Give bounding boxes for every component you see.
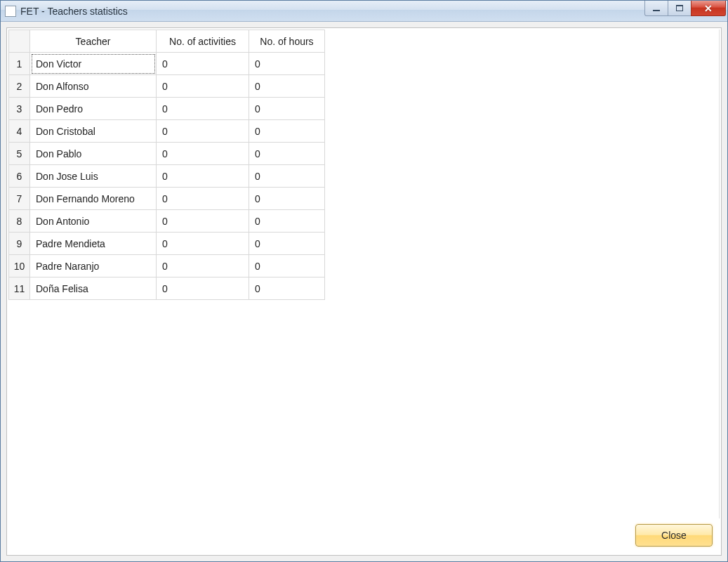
- cell-hours[interactable]: 0: [249, 277, 325, 300]
- cell-activities[interactable]: 0: [157, 233, 249, 255]
- minimize-icon: [653, 10, 660, 11]
- cell-teacher[interactable]: Doña Felisa: [30, 277, 157, 300]
- window-title: FET - Teachers statistics: [20, 6, 727, 17]
- row-index[interactable]: 6: [9, 165, 30, 188]
- row-index[interactable]: 10: [9, 255, 30, 277]
- cell-teacher[interactable]: Don Cristobal: [30, 120, 157, 143]
- cell-hours[interactable]: 0: [249, 188, 325, 210]
- table-row[interactable]: 11Doña Felisa00: [9, 277, 325, 300]
- cell-activities[interactable]: 0: [157, 210, 249, 233]
- cell-teacher[interactable]: Don Antonio: [30, 210, 157, 233]
- col-header-teacher[interactable]: Teacher: [30, 30, 157, 53]
- table-row[interactable]: 10Padre Naranjo00: [9, 255, 325, 277]
- cell-hours[interactable]: 0: [249, 165, 325, 188]
- cell-activities[interactable]: 0: [157, 120, 249, 143]
- cell-teacher[interactable]: Don Pedro: [30, 98, 157, 120]
- row-index[interactable]: 11: [9, 277, 30, 300]
- table-viewport[interactable]: Teacher No. of activities No. of hours 1…: [8, 30, 720, 518]
- close-button[interactable]: Close: [635, 524, 713, 547]
- client-area: Teacher No. of activities No. of hours 1…: [6, 27, 722, 556]
- table-row[interactable]: 4Don Cristobal00: [9, 120, 325, 143]
- app-icon: [5, 6, 16, 17]
- cell-hours[interactable]: 0: [249, 210, 325, 233]
- table-row[interactable]: 9Padre Mendieta00: [9, 233, 325, 255]
- window-controls: ✕: [645, 1, 726, 16]
- row-index[interactable]: 5: [9, 143, 30, 165]
- cell-activities[interactable]: 0: [157, 277, 249, 300]
- cell-activities[interactable]: 0: [157, 188, 249, 210]
- maximize-icon: [676, 5, 683, 11]
- button-bar: Close: [8, 518, 720, 554]
- table-header-row: Teacher No. of activities No. of hours: [9, 30, 325, 53]
- cell-hours[interactable]: 0: [249, 98, 325, 120]
- cell-teacher[interactable]: Don Victor: [30, 53, 157, 75]
- cell-activities[interactable]: 0: [157, 143, 249, 165]
- row-index[interactable]: 3: [9, 98, 30, 120]
- cell-teacher[interactable]: Don Jose Luis: [30, 165, 157, 188]
- cell-hours[interactable]: 0: [249, 233, 325, 255]
- cell-activities[interactable]: 0: [157, 53, 249, 75]
- table-row[interactable]: 2Don Alfonso00: [9, 75, 325, 98]
- cell-teacher[interactable]: Don Pablo: [30, 143, 157, 165]
- close-icon: ✕: [704, 3, 713, 14]
- col-header-activities[interactable]: No. of activities: [157, 30, 249, 53]
- col-header-hours[interactable]: No. of hours: [249, 30, 325, 53]
- table-row[interactable]: 5Don Pablo00: [9, 143, 325, 165]
- table-row[interactable]: 3Don Pedro00: [9, 98, 325, 120]
- table-row[interactable]: 1Don Victor00: [9, 53, 325, 75]
- window-close-button[interactable]: ✕: [691, 1, 726, 16]
- cell-teacher[interactable]: Don Alfonso: [30, 75, 157, 98]
- table-row[interactable]: 6Don Jose Luis00: [9, 165, 325, 188]
- cell-hours[interactable]: 0: [249, 120, 325, 143]
- row-index[interactable]: 2: [9, 75, 30, 98]
- row-index[interactable]: 4: [9, 120, 30, 143]
- cell-activities[interactable]: 0: [157, 165, 249, 188]
- cell-activities[interactable]: 0: [157, 75, 249, 98]
- table-row[interactable]: 8Don Antonio00: [9, 210, 325, 233]
- titlebar[interactable]: FET - Teachers statistics ✕: [1, 1, 727, 22]
- cell-hours[interactable]: 0: [249, 75, 325, 98]
- table-corner-cell[interactable]: [9, 30, 30, 53]
- table-row[interactable]: 7Don Fernando Moreno00: [9, 188, 325, 210]
- maximize-button[interactable]: [668, 1, 691, 16]
- cell-teacher[interactable]: Padre Mendieta: [30, 233, 157, 255]
- cell-teacher[interactable]: Padre Naranjo: [30, 255, 157, 277]
- row-index[interactable]: 8: [9, 210, 30, 233]
- cell-hours[interactable]: 0: [249, 143, 325, 165]
- row-index[interactable]: 1: [9, 53, 30, 75]
- app-window: FET - Teachers statistics ✕ Teacher No. …: [0, 0, 728, 562]
- minimize-button[interactable]: [644, 1, 668, 16]
- cell-hours[interactable]: 0: [249, 53, 325, 75]
- cell-activities[interactable]: 0: [157, 98, 249, 120]
- row-index[interactable]: 7: [9, 188, 30, 210]
- teachers-table[interactable]: Teacher No. of activities No. of hours 1…: [8, 30, 325, 300]
- cell-activities[interactable]: 0: [157, 255, 249, 277]
- cell-teacher[interactable]: Don Fernando Moreno: [30, 188, 157, 210]
- cell-hours[interactable]: 0: [249, 255, 325, 277]
- row-index[interactable]: 9: [9, 233, 30, 255]
